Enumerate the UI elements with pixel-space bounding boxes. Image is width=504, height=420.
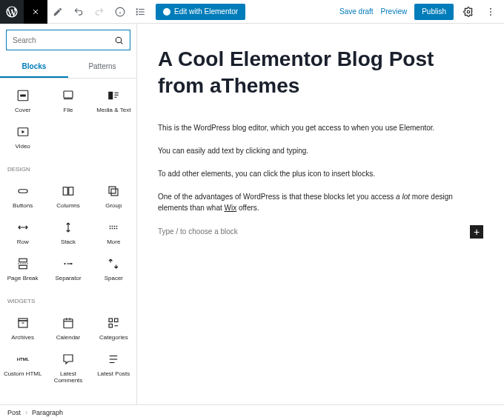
block-label: Cover <box>15 107 30 113</box>
edit-with-elementor-button[interactable]: Edit with Elementor <box>156 4 245 20</box>
cover-icon <box>16 89 30 102</box>
section-heading: DESIGN <box>0 160 136 174</box>
section-heading: WIDGETS <box>0 292 136 306</box>
paragraph-block[interactable]: To add other elements, you can click the… <box>158 168 483 179</box>
file-icon <box>62 89 75 102</box>
block-label: Latest Posts <box>97 370 130 377</box>
block-label: More <box>107 239 120 245</box>
svg-line-14 <box>121 42 122 44</box>
options-button[interactable] <box>483 4 498 19</box>
block-archives[interactable]: Archives <box>0 310 45 347</box>
svg-point-10 <box>490 8 491 10</box>
preview-button[interactable]: Preview <box>381 7 408 16</box>
block-more[interactable]: More <box>91 215 136 251</box>
block-calendar[interactable]: Calendar <box>45 310 90 347</box>
save-draft-button[interactable]: Save draft <box>339 7 374 16</box>
block-columns[interactable]: Columns <box>45 179 90 215</box>
block-label: Media & Text <box>96 107 130 113</box>
svg-rect-28 <box>109 187 116 193</box>
block-buttons[interactable]: Buttons <box>0 179 45 215</box>
tab-patterns[interactable]: Patterns <box>68 56 136 78</box>
close-inserter-button[interactable] <box>24 0 47 24</box>
block-inserter-sidebar: Blocks Patterns CoverFileMedia & TextVid… <box>0 24 137 404</box>
block-breadcrumb: Post › Paragraph <box>0 404 504 420</box>
editor-canvas[interactable]: A Cool Elementor Blog Post from aThemes … <box>137 24 504 404</box>
svg-point-9 <box>467 10 470 13</box>
categories-icon <box>107 316 120 330</box>
top-toolbar: Edit with Elementor Save draft Preview P… <box>0 0 504 24</box>
block-row[interactable]: Row <box>0 215 45 251</box>
block-cover[interactable]: Cover <box>0 83 45 119</box>
wordpress-logo[interactable] <box>0 0 24 24</box>
svg-text:HTML: HTML <box>16 357 29 361</box>
search-field[interactable] <box>13 36 114 44</box>
elementor-icon <box>163 8 170 16</box>
svg-point-37 <box>70 263 72 264</box>
breadcrumb-root[interactable]: Post <box>7 409 21 416</box>
svg-point-6 <box>136 8 137 9</box>
details-button[interactable] <box>110 0 130 24</box>
block-label: Latest Comments <box>47 370 89 384</box>
posts-icon <box>107 353 120 366</box>
block-comments[interactable]: Latest Comments <box>45 347 90 390</box>
block-label: File <box>64 107 73 113</box>
svg-point-35 <box>64 263 65 264</box>
breadcrumb-current[interactable]: Paragraph <box>32 409 63 416</box>
search-icon <box>114 36 124 45</box>
outline-button[interactable] <box>130 0 151 24</box>
more-icon <box>107 221 120 234</box>
block-categories[interactable]: Categories <box>91 310 136 347</box>
post-title[interactable]: A Cool Elementor Blog Post from aThemes <box>158 46 483 100</box>
row-icon <box>16 221 30 234</box>
group-icon <box>107 184 120 198</box>
svg-rect-16 <box>20 95 26 97</box>
block-html[interactable]: HTMLCustom HTML <box>0 347 45 390</box>
svg-rect-45 <box>109 319 113 322</box>
calendar-icon <box>62 316 75 330</box>
inserter-tabs: Blocks Patterns <box>0 56 136 79</box>
block-video[interactable]: Video <box>0 119 45 156</box>
block-label: Stack <box>61 239 76 245</box>
redo-button[interactable] <box>89 0 110 24</box>
add-block-button[interactable]: + <box>470 225 483 239</box>
svg-rect-47 <box>109 324 113 328</box>
svg-rect-26 <box>63 187 67 196</box>
block-label: Calendar <box>56 334 80 341</box>
block-label: Group <box>105 202 122 209</box>
paragraph-block[interactable]: You can easily add text by clicking and … <box>158 145 483 156</box>
block-label: Row <box>17 239 29 245</box>
svg-rect-25 <box>19 190 27 193</box>
separator-icon <box>62 257 75 270</box>
tab-blocks[interactable]: Blocks <box>0 56 68 78</box>
paragraph-block[interactable]: This is the WordPress blog editor, which… <box>158 122 483 133</box>
svg-rect-46 <box>115 319 119 322</box>
block-appender[interactable]: Type / to choose a block <box>158 227 470 236</box>
svg-rect-19 <box>109 92 113 100</box>
undo-button[interactable] <box>68 0 89 24</box>
comments-icon <box>62 353 75 366</box>
edit-tool-icon[interactable] <box>47 0 68 24</box>
block-page-break[interactable]: Page Break <box>0 251 45 287</box>
paragraph-block[interactable]: One of the advantages of WordPress is th… <box>158 191 483 213</box>
block-separator[interactable]: Separator <box>45 251 90 287</box>
svg-point-7 <box>136 11 137 12</box>
block-posts[interactable]: Latest Posts <box>91 347 136 390</box>
archives-icon <box>16 316 30 330</box>
svg-point-11 <box>490 11 491 13</box>
publish-button[interactable]: Publish <box>414 4 454 20</box>
edit-with-elementor-label: Edit with Elementor <box>174 7 238 16</box>
columns-icon <box>62 184 75 198</box>
chevron-right-icon: › <box>25 409 27 416</box>
svg-rect-39 <box>19 321 27 327</box>
svg-point-12 <box>490 14 491 16</box>
block-media-text[interactable]: Media & Text <box>91 83 136 119</box>
settings-button[interactable] <box>461 4 476 19</box>
page-break-icon <box>16 257 30 270</box>
block-stack[interactable]: Stack <box>45 215 90 251</box>
block-spacer[interactable]: Spacer <box>91 251 136 287</box>
block-search-input[interactable] <box>6 30 130 50</box>
svg-rect-17 <box>64 91 73 98</box>
block-group[interactable]: Group <box>91 179 136 215</box>
block-file[interactable]: File <box>45 83 90 119</box>
stack-icon <box>62 221 75 234</box>
